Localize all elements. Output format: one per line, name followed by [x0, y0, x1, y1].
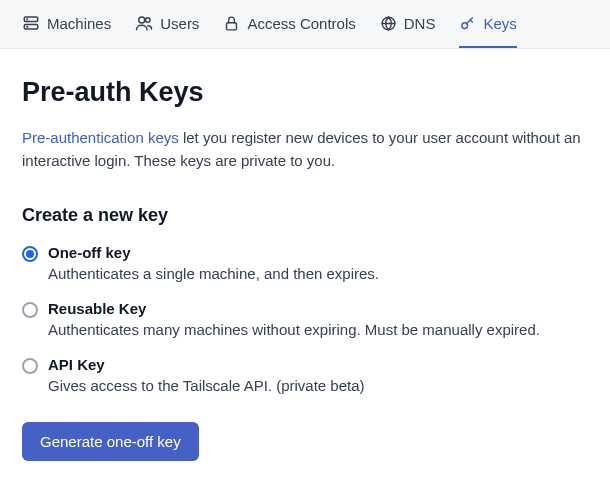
radio-indicator — [22, 358, 38, 374]
svg-rect-6 — [227, 22, 237, 29]
radio-title: Reusable Key — [48, 300, 588, 317]
globe-icon — [380, 15, 397, 32]
nav-label: DNS — [404, 15, 436, 32]
svg-point-4 — [139, 17, 145, 23]
svg-point-2 — [27, 19, 28, 20]
key-type-radio-group: One-off key Authenticates a single machi… — [22, 244, 588, 396]
svg-point-5 — [146, 18, 151, 23]
radio-indicator — [22, 246, 38, 262]
radio-reusable-key[interactable]: Reusable Key Authenticates many machines… — [22, 300, 588, 340]
radio-one-off-key[interactable]: One-off key Authenticates a single machi… — [22, 244, 588, 284]
nav-label: Keys — [483, 15, 516, 32]
intro-text: Pre-authentication keys let you register… — [22, 126, 588, 173]
top-nav: Machines Users Access Controls DNS Keys — [0, 0, 610, 49]
nav-keys[interactable]: Keys — [459, 15, 516, 34]
machines-icon — [22, 14, 40, 32]
nav-access-controls[interactable]: Access Controls — [223, 15, 355, 34]
nav-machines[interactable]: Machines — [22, 14, 111, 34]
radio-title: API Key — [48, 356, 588, 373]
radio-desc: Authenticates many machines without expi… — [48, 319, 588, 340]
page-title: Pre-auth Keys — [22, 77, 588, 108]
nav-label: Machines — [47, 15, 111, 32]
nav-label: Users — [160, 15, 199, 32]
radio-title: One-off key — [48, 244, 588, 261]
radio-desc: Gives access to the Tailscale API. (priv… — [48, 375, 588, 396]
radio-indicator — [22, 302, 38, 318]
section-title: Create a new key — [22, 205, 588, 226]
key-icon — [459, 15, 476, 32]
svg-point-3 — [27, 26, 28, 27]
page-content: Pre-auth Keys Pre-authentication keys le… — [0, 49, 610, 489]
radio-api-key[interactable]: API Key Gives access to the Tailscale AP… — [22, 356, 588, 396]
nav-dns[interactable]: DNS — [380, 15, 436, 34]
users-icon — [135, 14, 153, 32]
radio-desc: Authenticates a single machine, and then… — [48, 263, 588, 284]
nav-label: Access Controls — [247, 15, 355, 32]
preauth-link[interactable]: Pre-authentication keys — [22, 129, 179, 146]
lock-icon — [223, 15, 240, 32]
nav-users[interactable]: Users — [135, 14, 199, 34]
generate-key-button[interactable]: Generate one-off key — [22, 422, 199, 461]
